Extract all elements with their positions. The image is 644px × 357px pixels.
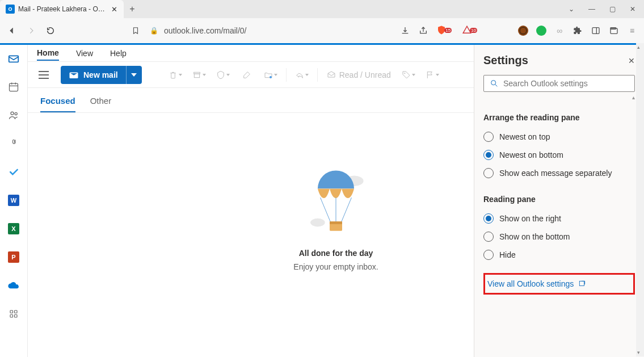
new-tab-button[interactable]: + [124, 0, 141, 18]
close-settings-icon[interactable]: ✕ [628, 56, 635, 65]
radio-icon [483, 168, 494, 178]
browser-tab-strip: O Mail - Prateek Lakhera - Outlook ✕ + ⌄… [0, 0, 644, 18]
url-field[interactable]: 🔒 outlook.live.com/mail/0/ [150, 26, 391, 35]
new-mail-label: New mail [83, 70, 118, 79]
empty-subtitle: Enjoy your empty inbox. [293, 262, 378, 271]
svg-point-29 [491, 81, 496, 85]
settings-panel: Settings ✕ ▴ Arrange the reading pane Ne… [474, 45, 644, 357]
svg-rect-11 [15, 310, 18, 313]
new-mail-button[interactable]: New mail [61, 66, 142, 84]
menu-icon[interactable]: ≡ [627, 26, 637, 36]
svg-rect-18 [194, 74, 199, 78]
tag-icon[interactable] [400, 66, 417, 83]
url-text: outlook.live.com/mail/0/ [164, 26, 247, 35]
radio-show-separately[interactable]: Show each message separately [483, 164, 635, 182]
radio-show-right[interactable]: Show on the right [483, 209, 635, 228]
tab-view[interactable]: View [76, 47, 93, 60]
back-icon[interactable] [7, 26, 17, 36]
svg-point-22 [310, 219, 325, 227]
share-icon[interactable] [418, 26, 428, 36]
mail-icon [69, 70, 79, 80]
settings-search-input[interactable] [503, 79, 629, 88]
tab-home[interactable]: Home [37, 46, 59, 61]
tab-focused[interactable]: Focused [40, 96, 75, 112]
radio-icon [483, 132, 494, 142]
read-unread-button[interactable]: Read / Unread [325, 66, 393, 83]
close-tab-icon[interactable]: ✕ [110, 5, 118, 13]
rail-mail-icon[interactable] [7, 52, 20, 65]
toolbar-divider [317, 68, 318, 82]
tab-help[interactable]: Help [110, 47, 127, 60]
svg-rect-31 [580, 281, 584, 285]
svg-line-30 [495, 85, 497, 86]
settings-search[interactable] [483, 75, 635, 92]
group-reading-pane-title: Reading pane [483, 195, 635, 204]
new-mail-split-icon[interactable] [126, 66, 142, 84]
svg-point-20 [404, 73, 405, 74]
radio-icon [483, 250, 494, 260]
tab-other[interactable]: Other [90, 96, 112, 112]
sweep-icon[interactable] [238, 66, 255, 83]
archive-icon[interactable] [191, 66, 208, 83]
svg-point-9 [15, 112, 17, 115]
outlook-app-icon: O [6, 5, 15, 14]
cookie-ext-icon[interactable] [518, 26, 528, 36]
rail-excel-icon[interactable]: X [7, 222, 20, 236]
rail-todo-icon[interactable] [7, 165, 20, 179]
wallet-ext-icon[interactable] [609, 26, 619, 36]
lock-icon: 🔒 [150, 27, 158, 35]
svg-rect-13 [15, 315, 18, 318]
radio-hide[interactable]: Hide [483, 246, 635, 264]
reply-icon[interactable] [293, 66, 310, 83]
move-icon[interactable] [262, 66, 279, 83]
flag-icon[interactable] [424, 66, 441, 83]
chevron-down-icon[interactable]: ⌄ [569, 5, 574, 13]
rail-calendar-icon[interactable] [7, 80, 20, 94]
radio-newest-bottom[interactable]: Newest on bottom [483, 146, 635, 164]
reload-icon[interactable] [45, 26, 56, 36]
open-external-icon [578, 280, 586, 288]
svg-rect-4 [10, 83, 18, 91]
rail-onedrive-icon[interactable] [7, 279, 20, 292]
group-arrange-title: Arrange the reading pane [483, 113, 635, 122]
rail-more-apps-icon[interactable] [7, 307, 20, 321]
sidebar-ext-icon[interactable] [591, 26, 601, 36]
radio-icon [483, 232, 494, 242]
install-icon[interactable] [400, 26, 410, 36]
page-scrollbar[interactable] [636, 43, 644, 356]
grammarly-ext-icon[interactable] [536, 26, 546, 36]
rail-people-icon[interactable] [7, 108, 20, 122]
delete-icon[interactable] [167, 66, 184, 83]
maximize-icon[interactable]: ▢ [609, 5, 616, 13]
close-window-icon[interactable]: ✕ [630, 5, 635, 13]
rail-word-icon[interactable]: W [7, 194, 20, 207]
radio-newest-top[interactable]: Newest on top [483, 128, 635, 146]
link-ext-icon[interactable]: ∞ [554, 26, 565, 36]
report-icon[interactable] [214, 66, 231, 83]
minimize-icon[interactable]: — [588, 5, 595, 13]
toolbar-divider [286, 68, 287, 82]
radio-checked-icon [483, 213, 494, 224]
rail-powerpoint-icon[interactable]: P [7, 250, 20, 264]
forward-icon [26, 26, 36, 36]
svg-line-26 [341, 198, 351, 222]
search-icon [490, 79, 499, 88]
svg-rect-28 [330, 221, 342, 224]
svg-rect-0 [592, 28, 599, 34]
tab-title: Mail - Prateek Lakhera - Outlook [18, 5, 107, 13]
puzzle-ext-icon[interactable] [573, 26, 583, 36]
address-bar: 🔒 outlook.live.com/mail/0/ 15 10 ∞ ≡ [0, 18, 644, 43]
radio-show-bottom[interactable]: Show on the bottom [483, 228, 635, 246]
view-all-settings-link[interactable]: View all Outlook settings [483, 273, 635, 295]
rail-files-icon[interactable] [7, 137, 20, 150]
settings-title: Settings [483, 54, 528, 67]
empty-title: All done for the day [299, 249, 373, 258]
svg-rect-12 [10, 315, 13, 318]
brave-rewards-icon[interactable]: 10 [462, 25, 479, 37]
browser-tab[interactable]: O Mail - Prateek Lakhera - Outlook ✕ [0, 0, 124, 18]
brave-shield-icon[interactable]: 15 [436, 25, 454, 37]
svg-point-19 [270, 76, 272, 78]
bookmark-icon[interactable] [131, 26, 141, 36]
hamburger-icon[interactable] [33, 65, 54, 85]
app-rail: W X P [0, 45, 28, 357]
